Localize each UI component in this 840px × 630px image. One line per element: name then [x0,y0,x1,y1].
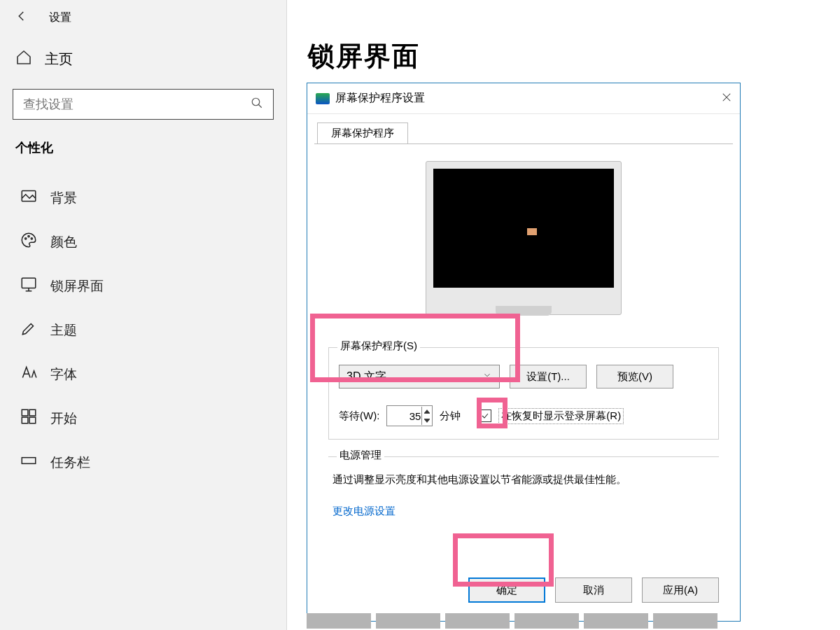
thumbnail [584,613,648,629]
wait-value: 35 [410,410,421,422]
nav-label: 背景 [50,189,77,207]
thumbnail [376,613,440,629]
palette-icon [20,231,38,253]
nav-label: 任务栏 [50,454,90,472]
picture-icon [20,187,38,209]
thumbnail [653,613,718,629]
search-icon [251,97,263,112]
home-icon [15,49,32,69]
chevron-down-icon [482,370,492,383]
power-description: 通过调整显示亮度和其他电源设置以节省能源或提供最佳性能。 [332,471,715,488]
svg-rect-6 [22,410,28,416]
svg-rect-10 [22,458,36,464]
screensaver-dialog: 屏幕保护程序设置 屏幕保护程序 屏幕保护程序(S) 3D 文字 设置(T)...… [307,83,741,622]
nav-item-background[interactable]: 背景 [0,176,286,220]
svg-point-0 [252,98,260,106]
dialog-titlebar: 屏幕保护程序设置 [307,83,740,114]
cancel-button[interactable]: 取消 [555,578,632,603]
nav-label: 字体 [50,365,77,384]
wait-unit: 分钟 [440,410,461,423]
font-icon [20,363,38,385]
search-input-wrapper[interactable] [13,89,274,120]
svg-rect-5 [22,278,36,288]
thumbnail [307,613,371,629]
thumbnail [514,613,579,629]
nav-label: 开始 [50,410,77,428]
wait-minutes-spinner[interactable]: 35 [386,405,433,426]
thumbnail [445,613,510,629]
screensaver-group: 屏幕保护程序(S) 3D 文字 设置(T)... 预览(V) 等待(W): 35 [328,347,719,440]
dialog-title: 屏幕保护程序设置 [335,91,425,106]
svg-rect-9 [29,417,36,424]
nav-list: 背景 颜色 锁屏界面 主题 字体 开始 任务栏 [0,163,286,484]
settings-title: 设置 [49,10,71,25]
close-button[interactable] [720,91,733,106]
svg-rect-8 [22,417,28,424]
screensaver-selected: 3D 文字 [346,370,386,384]
screensaver-dropdown[interactable]: 3D 文字 [339,365,500,388]
nav-item-fonts[interactable]: 字体 [0,352,286,396]
resume-label: 在恢复时显示登录屏幕(R) [498,408,624,424]
nav-label: 锁屏界面 [50,277,104,295]
monitor-icon [20,275,38,297]
dialog-body: 屏幕保护程序(S) 3D 文字 设置(T)... 预览(V) 等待(W): 35 [314,144,733,614]
preview-screen [433,169,614,288]
screensaver-preview-button[interactable]: 预览(V) [596,365,673,388]
preview-stand [496,306,552,316]
nav-item-colors[interactable]: 颜色 [0,220,286,264]
power-settings-link[interactable]: 更改电源设置 [332,505,396,518]
grid-icon [20,407,38,429]
section-title: 个性化 [0,120,286,163]
svg-point-4 [31,238,32,239]
nav-label: 颜色 [50,233,77,251]
nav-item-taskbar[interactable]: 任务栏 [0,440,286,484]
resume-checkbox[interactable] [479,410,491,422]
taskbar-icon [20,451,38,473]
screensaver-group-label: 屏幕保护程序(S) [337,340,420,353]
dialog-button-row: 确定 取消 应用(A) [468,578,719,603]
ok-button[interactable]: 确定 [468,578,545,603]
search-input[interactable] [23,97,251,112]
back-arrow-icon[interactable] [15,10,28,25]
pen-icon [20,319,38,341]
svg-point-2 [25,238,27,239]
bottom-thumbnail-strip [307,613,718,629]
preview-content [527,228,537,235]
page-title: 锁屏界面 [308,38,420,74]
home-label: 主页 [45,50,73,69]
dialog-icon [316,93,330,104]
power-group-label: 电源管理 [337,449,384,462]
settings-sidebar: 设置 主页 个性化 背景 颜色 锁屏界面 主题 [0,0,287,630]
home-row[interactable]: 主页 [0,35,286,83]
power-group: 电源管理 通过调整显示亮度和其他电源设置以节省能源或提供最佳性能。 更改电源设置 [328,456,719,525]
spinner-down-icon[interactable] [422,416,431,425]
spinner-up-icon[interactable] [422,407,431,416]
svg-point-3 [28,236,29,237]
screensaver-preview [426,161,622,315]
apply-button[interactable]: 应用(A) [642,578,719,603]
nav-item-start[interactable]: 开始 [0,396,286,440]
nav-item-lockscreen[interactable]: 锁屏界面 [0,264,286,308]
wait-label: 等待(W): [339,410,379,423]
svg-rect-7 [29,410,36,416]
nav-item-themes[interactable]: 主题 [0,308,286,352]
dialog-tab[interactable]: 屏幕保护程序 [317,122,408,144]
nav-label: 主题 [50,321,77,340]
screensaver-settings-button[interactable]: 设置(T)... [510,365,587,388]
